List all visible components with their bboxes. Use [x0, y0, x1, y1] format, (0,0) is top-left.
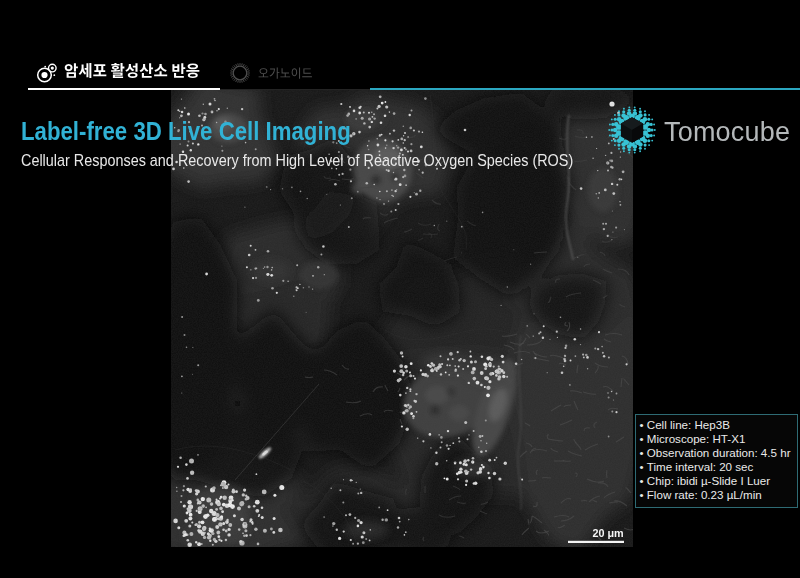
svg-text:20 μm: 20 μm — [592, 527, 623, 539]
